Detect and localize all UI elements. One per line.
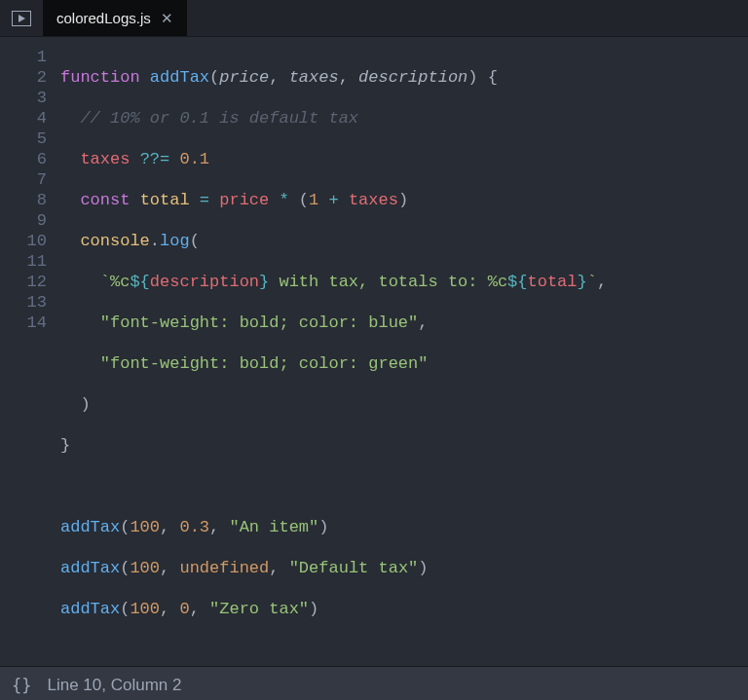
editor-tabbar: coloredLogs.js ✕ xyxy=(0,0,748,37)
braces-icon[interactable]: {} xyxy=(12,676,31,695)
run-icon[interactable] xyxy=(0,0,43,36)
code-area[interactable]: function addTax(price, taxes, descriptio… xyxy=(60,47,748,660)
code-editor[interactable]: 123 456 789 101112 1314 function addTax(… xyxy=(0,37,748,666)
close-icon[interactable]: ✕ xyxy=(161,10,173,27)
cursor-position: Line 10, Column 2 xyxy=(47,676,181,695)
status-bar: {} Line 10, Column 2 xyxy=(0,666,748,700)
line-gutter: 123 456 789 101112 1314 xyxy=(0,47,60,660)
file-tab-label: coloredLogs.js xyxy=(56,10,151,26)
file-tab[interactable]: coloredLogs.js ✕ xyxy=(43,0,187,36)
